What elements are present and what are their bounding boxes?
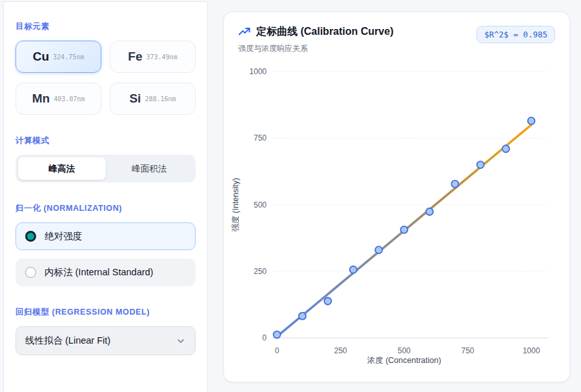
svg-text:浓度 (Concentration): 浓度 (Concentration)	[367, 356, 442, 365]
radio-label: 绝对强度	[45, 230, 82, 242]
element-button-fe[interactable]: Fe 373.49nm	[110, 41, 196, 73]
normalization-section: 归一化 (NORMALIZATION) 绝对强度 内标法 (Internal S…	[15, 203, 196, 286]
radio-icon[interactable]	[25, 231, 36, 242]
calc-mode-section: 计算模式 峰高法 峰面积法	[15, 135, 196, 182]
element-symbol: Cu	[33, 50, 49, 64]
calc-mode-segmented-control: 峰高法 峰面积法	[15, 155, 196, 182]
svg-text:强度 (Intensity): 强度 (Intensity)	[231, 178, 240, 231]
tab-peak-height[interactable]: 峰高法	[18, 157, 106, 180]
regression-select-value: 线性拟合 (Linear Fit)	[25, 335, 110, 347]
tab-peak-area[interactable]: 峰面积法	[106, 157, 194, 180]
element-button-cu[interactable]: Cu 324.75nm	[15, 41, 101, 73]
radio-icon[interactable]	[25, 267, 36, 278]
calc-mode-heading: 计算模式	[15, 135, 196, 146]
element-symbol: Mn	[32, 92, 50, 106]
element-wavelength: 288.16nm	[145, 95, 176, 103]
element-button-si[interactable]: Si 288.16nm	[110, 83, 196, 115]
chevron-down-icon	[176, 336, 186, 346]
svg-text:0: 0	[275, 346, 280, 355]
svg-text:750: 750	[254, 133, 267, 142]
target-element-heading: 目标元素	[15, 21, 196, 32]
element-symbol: Si	[129, 92, 141, 106]
regression-select[interactable]: 线性拟合 (Linear Fit)	[15, 326, 196, 355]
settings-sidebar: 目标元素 Cu 324.75nm Fe 373.49nm Mn 403.07nm…	[3, 1, 208, 392]
regression-heading: 回归模型 (REGRESSION MODEL)	[15, 307, 196, 318]
element-wavelength: 403.07nm	[54, 95, 85, 103]
calibration-curve-card: 定标曲线 (Calibration Curve) 强度与浓度响应关系 $R^2$…	[223, 12, 570, 382]
svg-text:1000: 1000	[249, 67, 267, 76]
tab-label: 峰面积法	[132, 163, 167, 175]
element-wavelength: 373.49nm	[147, 54, 178, 61]
calibration-chart: 0250500750100002505007501000浓度 (Concentr…	[224, 12, 571, 383]
tab-label: 峰高法	[49, 163, 76, 175]
radio-internal-standard[interactable]: 内标法 (Internal Standard)	[15, 259, 196, 286]
svg-text:750: 750	[461, 346, 474, 355]
normalization-heading: 归一化 (NORMALIZATION)	[15, 203, 196, 214]
element-grid: Cu 324.75nm Fe 373.49nm Mn 403.07nm Si 2…	[15, 41, 196, 115]
svg-text:250: 250	[334, 346, 347, 355]
radio-absolute-intensity[interactable]: 绝对强度	[15, 222, 196, 250]
svg-text:1000: 1000	[523, 346, 540, 355]
svg-text:0: 0	[262, 333, 267, 342]
element-button-mn[interactable]: Mn 403.07nm	[15, 83, 101, 115]
element-wavelength: 324.75nm	[53, 54, 84, 61]
svg-text:250: 250	[254, 267, 267, 276]
radio-label: 内标法 (Internal Standard)	[45, 266, 153, 279]
svg-text:500: 500	[398, 346, 411, 355]
svg-text:500: 500	[254, 201, 267, 210]
regression-section: 回归模型 (REGRESSION MODEL) 线性拟合 (Linear Fit…	[15, 307, 196, 355]
target-element-section: 目标元素 Cu 324.75nm Fe 373.49nm Mn 403.07nm…	[15, 21, 196, 115]
element-symbol: Fe	[128, 50, 142, 64]
